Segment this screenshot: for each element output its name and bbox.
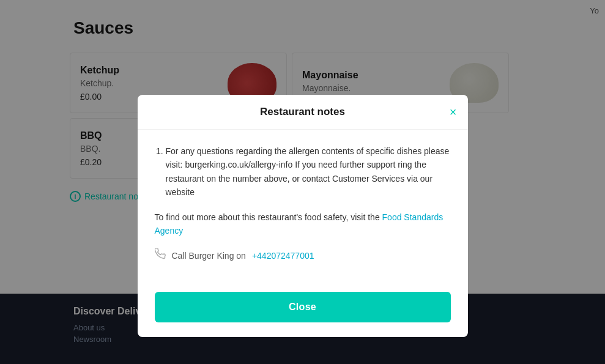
phone-icon — [155, 248, 166, 262]
modal-body: For any questions regarding the allergen… — [138, 130, 468, 282]
modal-footer: Close — [138, 282, 468, 337]
modal-food-safety-pre: To find out more about this restaurant's… — [155, 212, 382, 222]
modal-food-safety-para: To find out more about this restaurant's… — [155, 210, 451, 238]
modal-close-btn[interactable]: Close — [155, 292, 451, 322]
modal-close-button[interactable]: × — [450, 106, 457, 118]
restaurant-notes-modal: Restaurant notes × For any questions reg… — [138, 95, 468, 337]
modal-phone-number[interactable]: +442072477001 — [252, 251, 314, 261]
modal-title: Restaurant notes — [260, 106, 345, 118]
modal-phone-row: Call Burger King on +442072477001 — [155, 248, 451, 262]
modal-header: Restaurant notes × — [138, 95, 468, 130]
modal-allergy-list: For any questions regarding the allergen… — [155, 144, 451, 199]
modal-phone-text: Call Burger King on — [172, 251, 246, 261]
modal-allergy-item: For any questions regarding the allergen… — [166, 144, 451, 199]
